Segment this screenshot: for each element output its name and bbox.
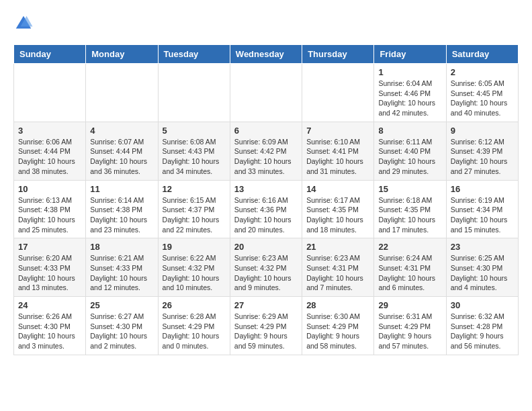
- calendar-cell: [86, 64, 158, 122]
- calendar-cell: 1Sunrise: 6:04 AM Sunset: 4:46 PM Daylig…: [374, 64, 446, 122]
- calendar-cell: 28Sunrise: 6:30 AM Sunset: 4:29 PM Dayli…: [302, 297, 374, 355]
- day-content: Sunrise: 6:23 AM Sunset: 4:31 PM Dayligh…: [306, 253, 369, 293]
- day-content: Sunrise: 6:06 AM Sunset: 4:44 PM Dayligh…: [18, 137, 81, 177]
- calendar-cell: 13Sunrise: 6:16 AM Sunset: 4:36 PM Dayli…: [230, 180, 302, 238]
- day-number: 24: [18, 300, 81, 310]
- day-number: 3: [18, 126, 81, 136]
- day-number: 16: [451, 184, 514, 194]
- day-content: Sunrise: 6:07 AM Sunset: 4:44 PM Dayligh…: [90, 137, 153, 177]
- calendar-cell: 5Sunrise: 6:08 AM Sunset: 4:43 PM Daylig…: [158, 122, 230, 180]
- day-content: Sunrise: 6:20 AM Sunset: 4:33 PM Dayligh…: [18, 253, 81, 293]
- day-number: 14: [306, 184, 369, 194]
- day-number: 6: [234, 126, 298, 136]
- calendar-week-2: 3Sunrise: 6:06 AM Sunset: 4:44 PM Daylig…: [14, 122, 519, 180]
- day-number: 8: [378, 126, 441, 136]
- day-number: 11: [90, 184, 153, 194]
- day-content: Sunrise: 6:05 AM Sunset: 4:45 PM Dayligh…: [451, 79, 514, 118]
- column-header-tuesday: Tuesday: [158, 45, 230, 64]
- day-number: 15: [378, 184, 441, 194]
- day-content: Sunrise: 6:18 AM Sunset: 4:35 PM Dayligh…: [378, 195, 441, 235]
- column-header-wednesday: Wednesday: [230, 45, 302, 64]
- logo-icon: [13, 13, 34, 34]
- calendar-cell: 11Sunrise: 6:14 AM Sunset: 4:38 PM Dayli…: [86, 180, 158, 238]
- calendar-cell: 27Sunrise: 6:29 AM Sunset: 4:29 PM Dayli…: [230, 297, 302, 355]
- day-number: 2: [451, 67, 514, 77]
- calendar-cell: [14, 64, 86, 122]
- day-content: Sunrise: 6:28 AM Sunset: 4:29 PM Dayligh…: [163, 312, 226, 351]
- day-number: 12: [163, 184, 226, 194]
- column-header-thursday: Thursday: [302, 45, 374, 64]
- day-content: Sunrise: 6:08 AM Sunset: 4:43 PM Dayligh…: [163, 137, 226, 177]
- calendar-cell: 30Sunrise: 6:32 AM Sunset: 4:28 PM Dayli…: [446, 297, 518, 355]
- calendar-cell: 3Sunrise: 6:06 AM Sunset: 4:44 PM Daylig…: [14, 122, 86, 180]
- calendar-cell: 2Sunrise: 6:05 AM Sunset: 4:45 PM Daylig…: [446, 64, 518, 122]
- calendar-cell: 4Sunrise: 6:07 AM Sunset: 4:44 PM Daylig…: [86, 122, 158, 180]
- calendar-cell: [230, 64, 302, 122]
- logo: [13, 13, 36, 34]
- day-number: 17: [18, 242, 81, 252]
- day-number: 23: [451, 242, 514, 252]
- day-content: Sunrise: 6:11 AM Sunset: 4:40 PM Dayligh…: [378, 137, 441, 177]
- day-content: Sunrise: 6:17 AM Sunset: 4:35 PM Dayligh…: [306, 195, 369, 235]
- day-number: 18: [90, 242, 153, 252]
- calendar-cell: 25Sunrise: 6:27 AM Sunset: 4:30 PM Dayli…: [86, 297, 158, 355]
- day-number: 1: [378, 67, 441, 77]
- calendar-cell: 23Sunrise: 6:25 AM Sunset: 4:30 PM Dayli…: [446, 238, 518, 297]
- calendar-cell: 24Sunrise: 6:26 AM Sunset: 4:30 PM Dayli…: [14, 297, 86, 355]
- column-header-sunday: Sunday: [14, 45, 86, 64]
- day-content: Sunrise: 6:22 AM Sunset: 4:32 PM Dayligh…: [163, 253, 226, 293]
- calendar-cell: 12Sunrise: 6:15 AM Sunset: 4:37 PM Dayli…: [158, 180, 230, 238]
- calendar-cell: [158, 64, 230, 122]
- column-header-saturday: Saturday: [446, 45, 518, 64]
- day-content: Sunrise: 6:04 AM Sunset: 4:46 PM Dayligh…: [378, 79, 441, 118]
- calendar-week-3: 10Sunrise: 6:13 AM Sunset: 4:38 PM Dayli…: [14, 180, 519, 238]
- day-content: Sunrise: 6:24 AM Sunset: 4:31 PM Dayligh…: [378, 253, 441, 293]
- calendar-week-5: 24Sunrise: 6:26 AM Sunset: 4:30 PM Dayli…: [14, 297, 519, 355]
- day-content: Sunrise: 6:10 AM Sunset: 4:41 PM Dayligh…: [306, 137, 369, 177]
- column-header-monday: Monday: [86, 45, 158, 64]
- day-number: 30: [451, 300, 514, 310]
- calendar-cell: 22Sunrise: 6:24 AM Sunset: 4:31 PM Dayli…: [374, 238, 446, 297]
- day-content: Sunrise: 6:25 AM Sunset: 4:30 PM Dayligh…: [451, 253, 514, 293]
- day-number: 20: [234, 242, 298, 252]
- calendar-cell: 15Sunrise: 6:18 AM Sunset: 4:35 PM Dayli…: [374, 180, 446, 238]
- calendar-cell: 9Sunrise: 6:12 AM Sunset: 4:39 PM Daylig…: [446, 122, 518, 180]
- day-content: Sunrise: 6:19 AM Sunset: 4:34 PM Dayligh…: [451, 195, 514, 235]
- day-number: 26: [163, 300, 226, 310]
- day-content: Sunrise: 6:23 AM Sunset: 4:32 PM Dayligh…: [234, 253, 298, 293]
- day-content: Sunrise: 6:31 AM Sunset: 4:29 PM Dayligh…: [378, 312, 441, 351]
- day-content: Sunrise: 6:21 AM Sunset: 4:33 PM Dayligh…: [90, 253, 153, 293]
- day-content: Sunrise: 6:27 AM Sunset: 4:30 PM Dayligh…: [90, 312, 153, 351]
- day-number: 7: [306, 126, 369, 136]
- column-header-friday: Friday: [374, 45, 446, 64]
- day-number: 19: [163, 242, 226, 252]
- day-number: 27: [234, 300, 298, 310]
- day-content: Sunrise: 6:14 AM Sunset: 4:38 PM Dayligh…: [90, 195, 153, 235]
- day-number: 28: [306, 300, 369, 310]
- day-number: 4: [90, 126, 153, 136]
- calendar-cell: 8Sunrise: 6:11 AM Sunset: 4:40 PM Daylig…: [374, 122, 446, 180]
- calendar-cell: 17Sunrise: 6:20 AM Sunset: 4:33 PM Dayli…: [14, 238, 86, 297]
- calendar-week-4: 17Sunrise: 6:20 AM Sunset: 4:33 PM Dayli…: [14, 238, 519, 297]
- day-content: Sunrise: 6:30 AM Sunset: 4:29 PM Dayligh…: [306, 312, 369, 351]
- calendar-cell: 29Sunrise: 6:31 AM Sunset: 4:29 PM Dayli…: [374, 297, 446, 355]
- calendar-cell: 6Sunrise: 6:09 AM Sunset: 4:42 PM Daylig…: [230, 122, 302, 180]
- calendar-cell: 18Sunrise: 6:21 AM Sunset: 4:33 PM Dayli…: [86, 238, 158, 297]
- day-number: 13: [234, 184, 298, 194]
- day-number: 5: [163, 126, 226, 136]
- calendar-cell: 19Sunrise: 6:22 AM Sunset: 4:32 PM Dayli…: [158, 238, 230, 297]
- day-content: Sunrise: 6:12 AM Sunset: 4:39 PM Dayligh…: [451, 137, 514, 177]
- day-number: 22: [378, 242, 441, 252]
- day-number: 10: [18, 184, 81, 194]
- calendar-cell: 7Sunrise: 6:10 AM Sunset: 4:41 PM Daylig…: [302, 122, 374, 180]
- calendar-cell: 16Sunrise: 6:19 AM Sunset: 4:34 PM Dayli…: [446, 180, 518, 238]
- day-content: Sunrise: 6:32 AM Sunset: 4:28 PM Dayligh…: [451, 312, 514, 351]
- day-content: Sunrise: 6:13 AM Sunset: 4:38 PM Dayligh…: [18, 195, 81, 235]
- page-header: [13, 13, 519, 34]
- calendar-cell: 14Sunrise: 6:17 AM Sunset: 4:35 PM Dayli…: [302, 180, 374, 238]
- day-number: 9: [451, 126, 514, 136]
- day-number: 25: [90, 300, 153, 310]
- calendar-table: SundayMondayTuesdayWednesdayThursdayFrid…: [13, 44, 519, 355]
- calendar-cell: 21Sunrise: 6:23 AM Sunset: 4:31 PM Dayli…: [302, 238, 374, 297]
- day-content: Sunrise: 6:16 AM Sunset: 4:36 PM Dayligh…: [234, 195, 298, 235]
